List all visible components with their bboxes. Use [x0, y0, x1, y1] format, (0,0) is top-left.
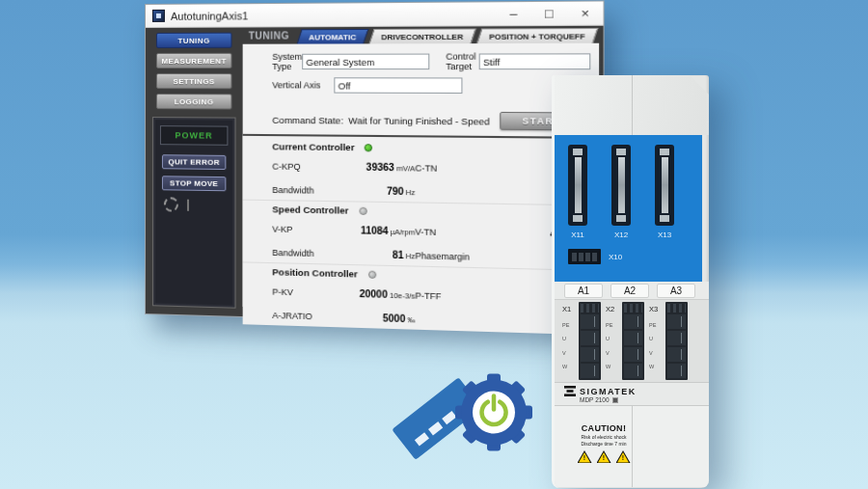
- terminal-block: [665, 302, 688, 380]
- axis-label-strip: A1 A2 A3: [555, 282, 709, 300]
- system-type-input[interactable]: [302, 54, 429, 70]
- caution-label: CAUTION! Risk of electric shock Discharg…: [566, 423, 641, 463]
- main-panel: TUNING AUTOMATIC DRIVECONTROLLER POSITIO…: [243, 26, 599, 317]
- busy-spinner-icon: [164, 197, 178, 211]
- speed-controller-led: [359, 206, 366, 214]
- terminal-x1: X1 PE U V W: [562, 302, 601, 380]
- warning-triangle-icon: !: [616, 450, 631, 463]
- motor-terminal-section: X1 PE U V W X2 PE U V: [555, 300, 709, 382]
- studio-background: AutotuningAxis1 – □ × TUNING MEASUREMENT…: [0, 0, 868, 489]
- maximize-button[interactable]: □: [531, 2, 567, 24]
- close-button[interactable]: ×: [567, 2, 604, 24]
- connector-x11-label: X11: [571, 231, 584, 239]
- module-gear-power-graphic: [378, 365, 547, 469]
- page-title: TUNING: [249, 30, 289, 41]
- sigmatek-logo-icon: [564, 386, 576, 396]
- gear-icon: [455, 374, 532, 451]
- sidebar-item-measurement[interactable]: MEASUREMENT: [156, 53, 232, 68]
- terminal-x2: X2 PE U V W: [606, 302, 644, 380]
- current-controller-led: [365, 144, 372, 151]
- brand-name: SIGMATEK: [580, 387, 637, 396]
- tab-automatic[interactable]: AUTOMATIC: [296, 29, 368, 44]
- caution-line-1: Risk of electric shock: [566, 434, 641, 440]
- warning-triangle-icon: !: [597, 450, 611, 463]
- connector-x10-label: X10: [609, 253, 622, 261]
- caution-line-2: Discharge time 7 min: [566, 441, 641, 447]
- app-icon: [152, 10, 165, 22]
- autotuning-window: AutotuningAxis1 – □ × TUNING MEASUREMENT…: [145, 0, 605, 328]
- position-controller-heading: Position Controller: [272, 266, 358, 279]
- command-state-label: Command State:: [272, 114, 343, 125]
- current-controller-heading: Current Controller: [272, 141, 354, 152]
- axis-a2-label: A2: [610, 284, 649, 298]
- command-state-value: Wait for Tuning Finished - Speed: [348, 115, 490, 126]
- connector-x12: [611, 145, 631, 226]
- axis-a1-label: A1: [564, 284, 603, 298]
- warning-triangle-icon: !: [578, 450, 592, 463]
- stop-move-button[interactable]: STOP MOVE: [162, 176, 226, 191]
- terminal-block: [579, 302, 601, 380]
- drive-control-panel: POWER QUIT ERROR STOP MOVE: [152, 117, 236, 309]
- sidebar-item-settings[interactable]: SETTINGS: [156, 73, 232, 89]
- quit-error-button[interactable]: QUIT ERROR: [162, 154, 226, 170]
- power-indicator[interactable]: POWER: [160, 125, 228, 146]
- vertical-axis-label: Vertical Axis: [272, 80, 334, 90]
- qr-chip-icon: [612, 397, 618, 403]
- connector-x13-label: X13: [658, 231, 671, 239]
- device-connector-panel: X11 X12 X13 X10: [555, 135, 702, 282]
- speed-controller-heading: Speed Controller: [272, 204, 348, 216]
- position-controller-led: [367, 270, 375, 278]
- device-bottom-housing: CAUTION! Risk of electric shock Discharg…: [555, 406, 709, 487]
- connector-x13: [655, 145, 674, 226]
- branding-strip: SIGMATEK MDP 2100: [555, 382, 709, 406]
- controller-parameters: Current Controller C-KPQ 39363mV/A C-TN …: [243, 134, 599, 336]
- tab-drivecontroller[interactable]: DRIVECONTROLLER: [368, 28, 475, 43]
- sigmatek-drive-module: X11 X12 X13 X10: [552, 75, 709, 488]
- system-type-label: System Type: [272, 52, 302, 71]
- caution-title: CAUTION!: [566, 423, 641, 433]
- window-title: AutotuningAxis1: [171, 10, 248, 22]
- vertical-axis-input[interactable]: [334, 77, 462, 94]
- connector-x11: [568, 145, 587, 226]
- terminal-x3: X3 PE U V W: [649, 302, 688, 380]
- tuning-form: System Type Control Target Vertical Axis: [243, 43, 599, 102]
- titlebar[interactable]: AutotuningAxis1 – □ ×: [146, 1, 604, 28]
- connector-x12-label: X12: [614, 231, 628, 239]
- control-target-input[interactable]: [479, 53, 591, 69]
- tab-position-torqueff[interactable]: POSITION + TORQUEFF: [476, 28, 599, 43]
- sidebar-item-logging[interactable]: LOGGING: [156, 94, 232, 109]
- spinner-progress-bar: [187, 199, 189, 210]
- model-number: MDP 2100: [580, 396, 610, 403]
- sidebar-item-tuning[interactable]: TUNING: [156, 33, 232, 48]
- device-top-housing: [555, 75, 709, 135]
- connector-x10: [568, 249, 601, 264]
- minimize-button[interactable]: –: [496, 3, 531, 25]
- terminal-block: [622, 302, 644, 380]
- control-target-label: Control Target: [446, 51, 478, 71]
- sidebar: TUNING MEASUREMENT SETTINGS LOGGING POWE…: [146, 28, 243, 307]
- axis-a3-label: A3: [657, 284, 695, 298]
